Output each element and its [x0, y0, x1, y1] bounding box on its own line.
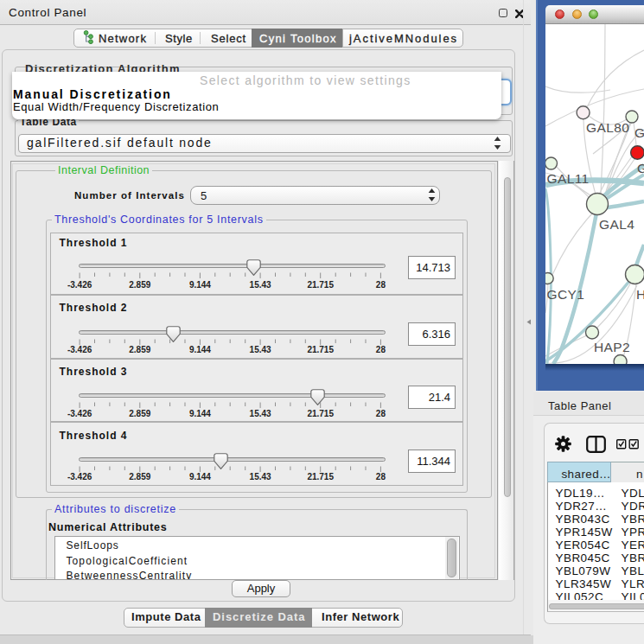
svg-text:GAL11: GAL11 [547, 171, 590, 186]
svg-text:GAL4: GAL4 [599, 217, 634, 232]
svg-text:GAL80: GAL80 [586, 120, 629, 135]
svg-text:H: H [636, 287, 644, 302]
svg-text:GCY1: GCY1 [547, 287, 585, 302]
svg-text:HAP2: HAP2 [594, 340, 630, 354]
svg-text:GA: GA [634, 125, 644, 140]
svg-text:G: G [637, 161, 644, 175]
